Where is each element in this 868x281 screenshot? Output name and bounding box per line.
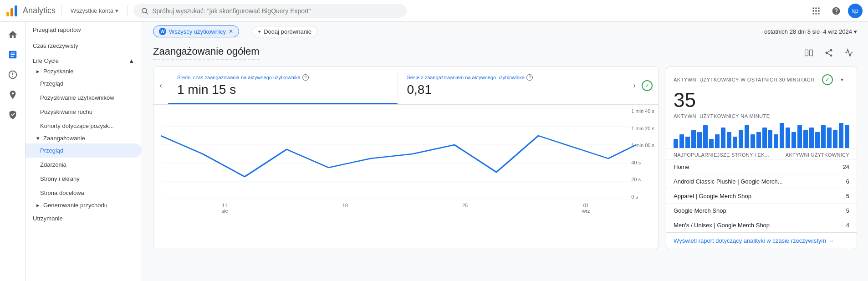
- chip-icon: W: [159, 28, 166, 35]
- add-icon: +: [258, 28, 261, 35]
- sidebar-item-realtime[interactable]: Czas rzeczywisty: [26, 38, 142, 54]
- table-row[interactable]: Men's / Unisex | Google Merch Shop4: [666, 218, 857, 232]
- logo: Analytics: [5, 5, 56, 17]
- google-analytics-logo: [5, 5, 18, 17]
- table-row[interactable]: Google Merch Shop5: [666, 203, 857, 218]
- account-label: Wszystkie konta: [71, 7, 113, 14]
- section-title: Zaangażowanie ogółem: [153, 46, 260, 60]
- nav-advertising-icon[interactable]: [4, 86, 22, 104]
- nav-explore-icon[interactable]: [4, 66, 22, 84]
- mini-bar: [803, 130, 808, 148]
- metric1-value: 1 min 15 s: [177, 82, 388, 97]
- mini-bar: [845, 125, 849, 148]
- content-area: W Wszyscy użytkownicy ✕ · + Dodaj porówn…: [142, 22, 868, 281]
- sidebar-acquisition[interactable]: ▸ Pozyskanie: [26, 66, 142, 77]
- mini-bar: [703, 125, 708, 148]
- mini-bar: [721, 128, 725, 148]
- mini-bar: [762, 128, 767, 148]
- search-bar[interactable]: [133, 4, 407, 18]
- sidebar-engagement[interactable]: ▾ Zaangażowanie: [26, 133, 142, 143]
- nav-home-icon[interactable]: [4, 26, 22, 44]
- trends-button[interactable]: [841, 45, 857, 61]
- side-card: AKTYWNI UŻYTKOWNICY W OSTATNICH 30 MINUT…: [666, 66, 857, 249]
- date-range-selector[interactable]: ostatnich 28 dni 8 sie–4 wrz 2024 ▾: [764, 28, 857, 35]
- mini-bar: [756, 132, 761, 148]
- line-chart-wrapper: 1 min 40 s 1 min 20 s 1 min 00 s 40 s 20…: [153, 105, 658, 201]
- table-row[interactable]: Android Classic Plushie | Google Merch..…: [666, 174, 857, 189]
- next-metric-button[interactable]: ›: [627, 78, 642, 93]
- bullet-right-icon: ▸: [36, 202, 40, 209]
- bullet-filled-icon: ▾: [36, 135, 40, 142]
- sidebar-monetization[interactable]: ▸ Generowanie przychodu: [26, 200, 142, 210]
- svg-line-4: [146, 12, 148, 14]
- sidebar-retention[interactable]: Utrzymanie: [26, 210, 142, 226]
- mini-bar: [774, 134, 778, 148]
- table-rows: Home24Android Classic Plushie | Google M…: [666, 159, 857, 232]
- mini-bar: [715, 134, 720, 148]
- table-row[interactable]: Home24: [666, 159, 857, 174]
- mini-bar: [709, 139, 714, 148]
- apps-button[interactable]: [808, 3, 824, 19]
- sidebar-engagement-overview[interactable]: Przegląd: [26, 143, 142, 158]
- share-button[interactable]: [821, 45, 837, 61]
- info-icon-1[interactable]: ?: [302, 74, 309, 81]
- line-chart-svg: [161, 108, 636, 199]
- sidebar-lifecycle-section[interactable]: Life Cycle ▲: [26, 54, 142, 66]
- metric-tab-2[interactable]: Sesje z zaangażowaniem na aktywnego użyt…: [398, 67, 628, 104]
- metric2-label: Sesje z zaangażowaniem na aktywnego użyt…: [407, 74, 618, 81]
- info-icon-2[interactable]: ?: [526, 74, 533, 81]
- help-button[interactable]: [828, 3, 844, 19]
- filter-chip[interactable]: W Wszyscy użytkownicy ✕: [153, 26, 239, 37]
- metric-check-icon: ✓: [642, 80, 653, 91]
- row-label: Home: [674, 163, 689, 170]
- sidebar-engagement-pages[interactable]: Strony i ekrany: [26, 172, 142, 186]
- sidebar-engagement-events[interactable]: Zdarzenia: [26, 158, 142, 172]
- svg-rect-2: [15, 5, 17, 16]
- metric-tab-1[interactable]: Średni czas zaangażowania na aktywnego u…: [168, 67, 398, 104]
- search-input[interactable]: [152, 7, 399, 15]
- mini-bar: [691, 130, 696, 148]
- svg-rect-0: [6, 12, 9, 16]
- mini-bar: [833, 130, 837, 148]
- sidebar-acquisition-overview[interactable]: Przegląd: [26, 77, 142, 91]
- chip-close-icon[interactable]: ✕: [229, 28, 233, 35]
- chip-label: Wszyscy użytkownicy: [169, 28, 226, 35]
- sidebar-acquisition-cohorts[interactable]: Kohorty dotyczące pozysk...: [26, 119, 142, 133]
- account-selector[interactable]: Wszystkie konta ▾: [67, 5, 122, 16]
- sidebar-acquisition-users[interactable]: Pozyskiwanie użytkowników: [26, 91, 142, 105]
- x-label-1: 11 sie: [222, 203, 228, 214]
- svg-rect-6: [815, 7, 817, 9]
- svg-rect-13: [818, 13, 819, 14]
- table-row[interactable]: Apparel | Google Merch Shop5: [666, 189, 857, 203]
- mini-bar: [739, 130, 743, 148]
- mini-bar: [780, 123, 784, 148]
- sidebar-engagement-landing[interactable]: Strona docelowa: [26, 186, 142, 200]
- realtime-report-link[interactable]: Wyświetl raport dotyczący analityki w cz…: [674, 237, 849, 244]
- monetization-label: Generowanie przychodu: [43, 202, 107, 209]
- sidebar-item-overview[interactable]: Przegląd raportów: [26, 22, 142, 38]
- prev-metric-button[interactable]: ‹: [153, 78, 168, 93]
- y-axis-labels: 1 min 40 s 1 min 20 s 1 min 00 s 40 s 20…: [631, 108, 654, 199]
- mini-bar: [727, 132, 731, 148]
- main-chart-card: ‹ Średni czas zaangażowania na aktywnego…: [153, 66, 659, 249]
- nav-admin-icon[interactable]: [4, 106, 22, 124]
- side-card-header: AKTYWNI UŻYTKOWNICY W OSTATNICH 30 MINUT…: [666, 67, 857, 89]
- svg-point-3: [142, 8, 147, 13]
- charts-area: ‹ Średni czas zaangażowania na aktywnego…: [142, 63, 868, 256]
- x-axis-labels: 11 sie 18 25 01 wrz: [153, 201, 658, 215]
- add-comparison-button[interactable]: + Dodaj porównanie: [252, 26, 317, 37]
- chip-separator: ·: [245, 28, 246, 35]
- lifecycle-label: Life Cycle: [33, 57, 59, 64]
- sidebar-acquisition-traffic[interactable]: Pozyskiwanie ruchu: [26, 105, 142, 119]
- side-card-dropdown-button[interactable]: ▾: [835, 72, 849, 87]
- svg-rect-7: [818, 7, 819, 9]
- row-value: 5: [846, 207, 849, 214]
- table-col1-label: NAJPOPULARNIEJSZE STRONY I EK...: [674, 152, 769, 158]
- date-range-label: ostatnich 28 dni 8 sie–4 wrz 2024: [764, 28, 852, 35]
- mini-bar: [839, 123, 843, 148]
- avatar[interactable]: kp: [848, 4, 863, 18]
- compare-view-button[interactable]: [801, 45, 817, 61]
- side-card-check-icon: ✓: [822, 74, 833, 85]
- nav-reports-icon[interactable]: [4, 46, 22, 64]
- section-title-row: Zaangażowanie ogółem: [142, 41, 868, 63]
